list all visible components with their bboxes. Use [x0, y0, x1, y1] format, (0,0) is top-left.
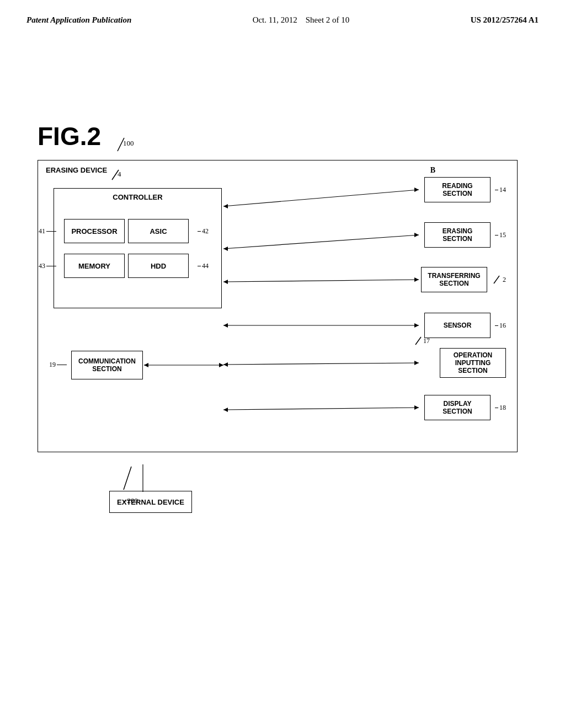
figure-label: FIG.2	[38, 121, 101, 151]
processor-box: PROCESSOR	[64, 219, 125, 243]
publication-date: Oct. 11, 2012	[253, 15, 297, 24]
b-label: B	[430, 166, 435, 175]
ext-line-up	[142, 464, 143, 492]
svg-line-0	[118, 138, 124, 151]
ref-200: 200	[123, 496, 138, 505]
svg-marker-8	[414, 233, 419, 237]
ref-19: 19	[49, 361, 67, 369]
operation-section-box: OPERATION INPUTTING SECTION	[440, 348, 506, 378]
erasing-section-box: ERASING SECTION	[424, 222, 491, 248]
svg-line-19	[223, 408, 419, 410]
svg-marker-11	[414, 277, 419, 282]
asic-box: ASIC	[128, 219, 189, 243]
publication-label: Patent Application Publication	[26, 15, 131, 25]
controller-label: CONTROLLER	[113, 193, 162, 201]
date-sheet: Oct. 11, 2012 Sheet 2 of 10	[253, 15, 350, 25]
ref-17: 17	[413, 336, 430, 346]
ref-4: 4	[118, 170, 121, 179]
controller-box: CONTROLLER 4 41 PROCESSOR	[54, 188, 222, 308]
sensor-box: SENSOR	[424, 313, 491, 338]
svg-marker-17	[414, 361, 419, 365]
hdd-box: HDD	[128, 254, 189, 278]
reading-section-box: READING SECTION	[424, 177, 491, 202]
svg-marker-24	[144, 363, 148, 367]
svg-line-25	[124, 467, 131, 490]
svg-line-4	[223, 190, 419, 206]
ref-14: 14	[495, 186, 506, 194]
svg-line-7	[223, 235, 419, 249]
svg-marker-21	[223, 408, 228, 412]
row-processor-asic: 41 PROCESSOR ASIC 42	[64, 219, 189, 243]
svg-line-1	[112, 170, 119, 180]
svg-marker-20	[414, 405, 419, 410]
svg-marker-9	[223, 247, 228, 251]
comm-section-container: 19 COMMUNICATION SECTION	[71, 351, 143, 379]
svg-marker-6	[223, 204, 228, 208]
svg-marker-5	[414, 188, 419, 192]
ref-44: 44	[198, 262, 209, 270]
svg-line-16	[223, 363, 419, 365]
ref-43: 43	[39, 262, 56, 270]
svg-marker-14	[414, 323, 419, 328]
patent-number: US 2012/257264 A1	[471, 15, 539, 25]
svg-marker-12	[223, 280, 228, 284]
ref-18: 18	[495, 404, 506, 412]
ref-42: 42	[198, 227, 209, 235]
svg-marker-18	[223, 362, 228, 367]
communication-section-box: COMMUNICATION SECTION	[71, 351, 143, 379]
page-header: Patent Application Publication Oct. 11, …	[0, 0, 565, 25]
svg-marker-15	[223, 323, 228, 328]
operation-section-container: 17 OPERATION INPUTTING SECTION	[440, 348, 506, 378]
svg-marker-23	[219, 363, 223, 367]
display-section-box: DISPLAY SECTION	[424, 395, 491, 420]
transferring-section-container: TRANSFERRING SECTION 2	[421, 267, 506, 292]
svg-line-2	[494, 276, 499, 283]
external-slash-svg	[119, 464, 136, 492]
outer-erasing-device-box: ERASING DEVICE B CONTROLLER 4 41	[38, 160, 518, 452]
ref-100: 100	[123, 139, 134, 148]
svg-line-3	[415, 337, 421, 345]
svg-line-10	[223, 280, 419, 282]
ref-2: 2	[492, 275, 506, 285]
memory-box: MEMORY	[64, 254, 125, 278]
diagram-area: 100 ERASING DEVICE B CONTROLLER 4	[38, 160, 539, 452]
transferring-section-box: TRANSFERRING SECTION	[421, 267, 487, 292]
external-device-box: EXTERNAL DEVICE	[109, 491, 192, 513]
erasing-device-label: ERASING DEVICE	[46, 166, 107, 174]
ref-15: 15	[495, 231, 506, 239]
display-section-container: DISPLAY SECTION 18	[424, 395, 506, 420]
row-memory-hdd: 43 MEMORY HDD 44	[64, 254, 189, 278]
ref-41: 41	[39, 227, 56, 235]
erasing-section-container: ERASING SECTION 15	[424, 222, 506, 248]
sheet-info: Sheet 2 of 10	[306, 15, 350, 24]
reading-section-container: READING SECTION 14	[424, 177, 506, 202]
sensor-container: SENSOR 16	[424, 313, 506, 338]
ref-16: 16	[495, 322, 506, 330]
